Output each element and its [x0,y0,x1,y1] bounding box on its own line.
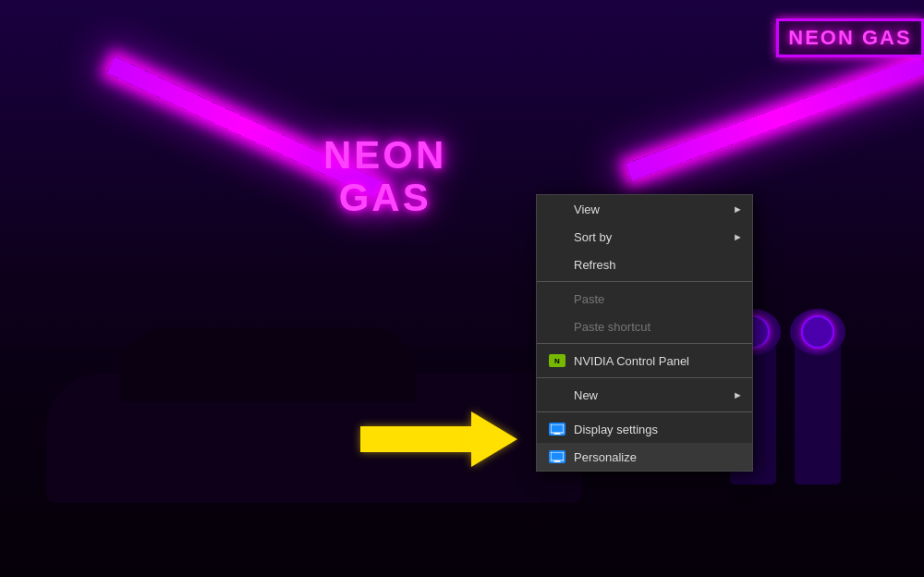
paste-shortcut-label: Paste shortcut [574,320,650,334]
arrow-head [471,411,517,467]
pump-face-right [801,315,834,349]
display-settings-icon [548,423,566,436]
context-menu: View ► Sort by ► Refresh Paste Paste sho… [536,194,753,472]
svg-rect-0 [551,424,564,433]
menu-item-paste[interactable]: Paste [537,285,752,313]
svg-rect-3 [551,452,564,460]
arrow-body [360,426,471,452]
svg-rect-2 [553,434,561,435]
personalize-label: Personalize [574,450,637,464]
pump-head-right [790,309,845,355]
new-arrow: ► [733,389,743,400]
display-settings-label: Display settings [574,423,658,436]
menu-item-paste-shortcut[interactable]: Paste shortcut [537,313,752,340]
menu-item-refresh[interactable]: Refresh [537,251,752,278]
menu-item-personalize[interactable]: Personalize [537,443,752,471]
nvidia-icon: N [548,354,566,367]
neon-sign-top-right: NEON GAS [776,18,924,57]
svg-rect-5 [553,461,561,462]
separator-3 [537,377,752,378]
refresh-label: Refresh [574,258,616,272]
pump-right [795,337,841,485]
svg-rect-1 [554,433,560,435]
sort-label: Sort by [574,230,612,244]
separator-1 [537,281,752,282]
personalize-icon [548,450,566,463]
separator-4 [537,411,752,412]
menu-item-display-settings[interactable]: Display settings [537,415,752,443]
view-arrow: ► [733,203,743,215]
view-label: View [574,203,600,216]
paste-label: Paste [574,292,604,306]
separator-2 [537,343,752,344]
bg-scene: NEON GAS NEON GAS [0,0,924,577]
menu-item-new[interactable]: New ► [537,381,752,409]
new-label: New [574,388,598,402]
nvidia-label: NVIDIA Control Panel [574,354,689,368]
sort-arrow: ► [733,231,743,242]
menu-item-nvidia[interactable]: N NVIDIA Control Panel [537,347,752,374]
arrow-shape [360,411,517,467]
neon-canopy-right [626,56,924,181]
svg-rect-4 [554,460,560,462]
neon-sign-center: NEON GAS [323,134,446,219]
menu-item-view[interactable]: View ► [537,195,752,223]
desktop-background: NEON GAS NEON GAS [0,0,924,577]
menu-item-sort-by[interactable]: Sort by ► [537,223,752,251]
